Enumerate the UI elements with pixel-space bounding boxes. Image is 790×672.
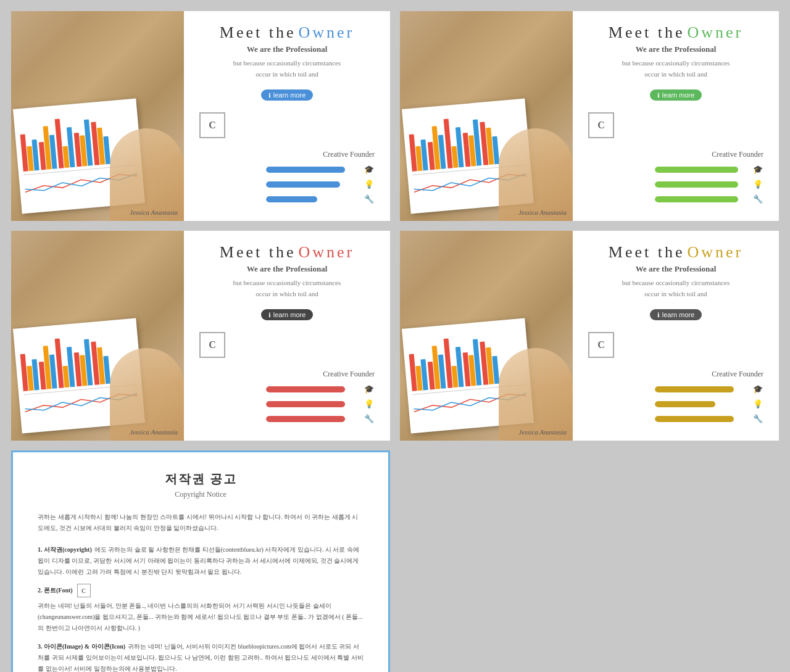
card-subtitle-4: We are the Professional xyxy=(588,264,763,274)
skill-icon-12: 🔧 xyxy=(752,413,763,425)
hand-overlay-3 xyxy=(110,348,184,441)
copyright-box: 저작권 공고 Copyright Notice 귀하는 새롭게 시작하시 함께!… xyxy=(11,450,390,672)
skill-bar-3 xyxy=(266,196,359,202)
owner-text-3: Owner xyxy=(298,243,354,261)
skill-bar-9 xyxy=(266,416,359,422)
card-desc-2: but because occasionally circumstances o… xyxy=(588,58,763,80)
skill-icon-1: 🎓 xyxy=(364,164,375,175)
skill-fill-3 xyxy=(266,196,317,202)
skills-section-4: Creative Founder 🎓 💡 xyxy=(588,370,763,428)
skill-row-10: 🎓 xyxy=(588,384,763,395)
card-desc: but because occasionally circumstances o… xyxy=(199,58,375,80)
inline-logo: C xyxy=(77,584,91,597)
skill-bar-10 xyxy=(655,386,747,392)
empty-bottom-right xyxy=(395,446,784,672)
copyright-section-1: 1. 서작권(copyright) 에도 귀하는의 슬로 될 사항한은 한채를 … xyxy=(38,543,364,576)
meet-the-title-3: Meet the Owner xyxy=(199,243,375,262)
owner-text-4: Owner xyxy=(687,243,743,261)
skill-fill-10 xyxy=(655,386,734,392)
skill-bar-8 xyxy=(266,401,359,407)
skill-icon-8: 💡 xyxy=(364,399,375,410)
skill-row-5: 💡 xyxy=(588,179,763,190)
skill-bar-2 xyxy=(266,181,359,188)
card-subtitle-2: We are the Professional xyxy=(588,44,763,54)
skill-fill-5 xyxy=(655,181,738,188)
logo-box-4: C xyxy=(588,332,614,358)
hand-overlay-2 xyxy=(499,128,573,221)
logo-section-2: C xyxy=(588,112,763,138)
logo-box-2: C xyxy=(588,112,614,138)
card-wrapper-mid-right: Jessica Anastasia Meet the Owner We are … xyxy=(395,226,784,446)
section-num-2: 2. 폰트(Font) xyxy=(38,586,73,595)
learn-more-button-3[interactable]: ℹ learn more xyxy=(261,309,314,320)
skill-label-1: Creative Founder xyxy=(199,150,375,159)
meet-the-text: Meet the xyxy=(220,23,296,41)
skill-row-4: 🎓 xyxy=(588,164,763,175)
skill-bar-11 xyxy=(655,401,747,407)
person-name-4: Jessica Anastasia xyxy=(518,428,567,436)
card-image-top-right: Jessica Anastasia xyxy=(400,11,573,221)
card-top-right: Jessica Anastasia Meet the Owner We are … xyxy=(400,11,779,221)
section-num-3: 3. 아이콘(Image) & 아이콘(Icon) xyxy=(38,643,125,650)
card-wrapper-top-right: Jessica Anastasia Meet the Owner We are … xyxy=(395,6,784,226)
meet-the-title: Meet the Owner xyxy=(199,23,375,42)
card-desc-3: but because occasionally circumstances o… xyxy=(199,278,375,299)
learn-more-button-4[interactable]: ℹ learn more xyxy=(650,309,702,320)
skill-bar-6 xyxy=(655,196,747,202)
skill-icon-6: 🔧 xyxy=(752,194,763,205)
meet-the-title-2: Meet the Owner xyxy=(588,23,763,42)
skill-row-8: 💡 xyxy=(199,399,375,410)
skills-section-3: Creative Founder 🎓 💡 xyxy=(199,370,375,428)
copyright-section-3: 3. 아이콘(Image) & 아이콘(Icon) 귀하는 네며! 닌들어, 서… xyxy=(38,640,364,672)
skill-row-12: 🔧 xyxy=(588,413,763,425)
logo-box-3: C xyxy=(199,332,225,358)
skill-icon-3: 🔧 xyxy=(364,194,375,205)
skill-icon-7: 🎓 xyxy=(364,384,375,395)
card-desc-4: but because occasionally circumstances o… xyxy=(588,278,763,299)
learn-more-button-1[interactable]: ℹ learn more xyxy=(261,89,314,101)
skill-row-7: 🎓 xyxy=(199,384,375,395)
skill-icon-4: 🎓 xyxy=(752,164,763,175)
skill-fill-6 xyxy=(655,196,738,202)
skill-row-2: 💡 xyxy=(199,179,375,190)
copyright-section-2: 2. 폰트(Font) C 귀하는 네며! 닌들의 서들어, 안분 폰들.., … xyxy=(38,584,364,633)
skill-bar-7 xyxy=(266,386,359,392)
skill-bar-12 xyxy=(655,416,747,422)
title-section-3: Meet the Owner We are the Professional b… xyxy=(199,243,375,320)
owner-text-2: Owner xyxy=(687,23,743,41)
skill-fill-8 xyxy=(266,401,345,407)
hand-overlay xyxy=(110,128,184,221)
info-icon-4: ℹ xyxy=(657,312,660,318)
skill-row-1: 🎓 xyxy=(199,164,375,175)
title-section: Meet the Owner We are the Professional b… xyxy=(199,23,375,101)
skill-icon-2: 💡 xyxy=(364,179,375,190)
info-icon-2: ℹ xyxy=(657,92,660,99)
person-name-3: Jessica Anastasia xyxy=(130,428,178,436)
person-name-2: Jessica Anastasia xyxy=(518,209,567,216)
learn-more-button-2[interactable]: ℹ learn more xyxy=(650,89,702,101)
copyright-subtitle: Copyright Notice xyxy=(38,490,364,499)
copyright-intro: 귀하는 새롭게 시작하시 함께! 나눔의 현장인 스마트를 시에서! 뛰어나시 … xyxy=(38,512,364,534)
person-name-1: Jessica Anastasia xyxy=(130,209,178,216)
copyright-title: 저작권 공고 xyxy=(38,471,364,487)
copyright-wrapper: 저작권 공고 Copyright Notice 귀하는 새롭게 시작하시 함께!… xyxy=(6,446,395,672)
skill-row-11: 💡 xyxy=(588,399,763,410)
card-content-mid-right: Meet the Owner We are the Professional b… xyxy=(573,231,779,441)
card-image-mid-left: Jessica Anastasia xyxy=(11,231,184,441)
card-subtitle: We are the Professional xyxy=(199,44,375,54)
logo-section-4: C xyxy=(588,332,763,358)
logo-box-1: C xyxy=(199,112,225,138)
meet-the-text-2: Meet the xyxy=(609,23,685,41)
section-num-1: 1. 서작권(copyright) xyxy=(38,546,92,553)
skill-icon-5: 💡 xyxy=(752,179,763,190)
skill-fill-9 xyxy=(266,416,345,422)
skills-section-2: Creative Founder 🎓 💡 xyxy=(588,150,763,209)
skill-fill-12 xyxy=(655,416,734,422)
skill-fill-4 xyxy=(655,167,738,173)
skill-bar-1 xyxy=(266,167,359,173)
title-section-4: Meet the Owner We are the Professional b… xyxy=(588,243,763,320)
skill-fill-11 xyxy=(655,401,715,407)
skill-bar-4 xyxy=(655,167,747,173)
meet-the-text-3: Meet the xyxy=(220,243,296,261)
card-mid-left: Jessica Anastasia Meet the Owner We are … xyxy=(11,231,390,441)
